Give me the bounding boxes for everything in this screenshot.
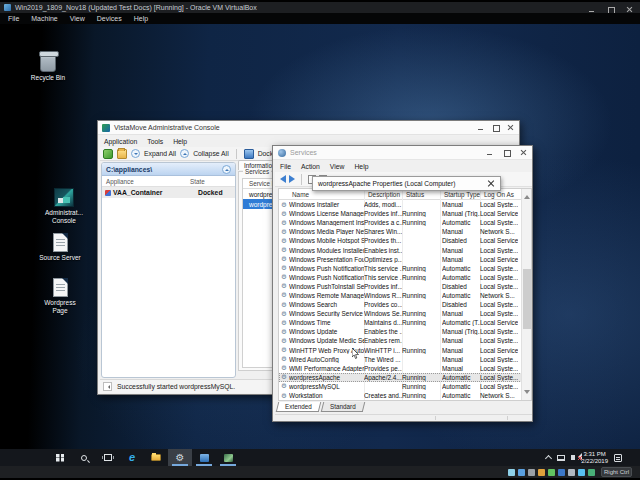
chevron-up-icon[interactable] (180, 149, 189, 158)
administrator-console[interactable]: Administrat... Console (38, 188, 90, 224)
column-status[interactable]: Status (406, 191, 424, 198)
services-menu-action[interactable]: Action (301, 163, 320, 170)
vbox-menu-devices[interactable]: Devices (97, 15, 122, 22)
collapse-panel-icon[interactable] (222, 165, 231, 174)
service-description: Provides inf... (364, 210, 402, 217)
service-row[interactable]: ⚙Windows Update Medic Ser...Enables rem.… (279, 336, 522, 345)
services-menu-file[interactable]: File (280, 163, 291, 170)
service-row[interactable]: ⚙Windows SearchProvides co...DisabledLoc… (279, 300, 522, 309)
service-row[interactable]: ⚙Windows Push Notification...This servic… (279, 273, 522, 282)
service-row[interactable]: ⚙Windows Remote Manage...Windows R...Run… (279, 291, 522, 300)
services-maximize-button[interactable] (502, 149, 511, 157)
vistamove-menu-help[interactable]: Help (173, 138, 187, 145)
vistamove-minimize-button[interactable] (476, 124, 485, 132)
service-row[interactable]: ⚙wordpressMySQLRunningAutomaticLocal Sys… (279, 382, 522, 391)
vbox-menu-machine[interactable]: Machine (31, 15, 57, 22)
virtualbox-titlebar[interactable]: Win2019_1809_Nov18 (Updated Test Docs) [… (0, 2, 640, 13)
service-gear-icon: ⚙ (279, 201, 289, 209)
service-row[interactable]: ⚙Wired AutoConfigThe Wired ...ManualLoca… (279, 355, 522, 364)
dock-icon[interactable] (244, 149, 254, 159)
vaa-console-button[interactable] (192, 449, 216, 466)
service-row[interactable]: ⚙Windows TimeMaintains d...RunningAutoma… (279, 318, 522, 327)
services-button[interactable]: ⚙ (168, 449, 192, 466)
service-row[interactable]: ⚙WorkstationCreates and...RunningAutomat… (279, 391, 522, 400)
service-description: Optimizes p... (364, 256, 402, 263)
chevron-down-icon[interactable] (131, 149, 140, 158)
properties-close-icon[interactable] (487, 180, 495, 188)
ie-button[interactable]: e (120, 449, 144, 466)
vbox-menu-view[interactable]: View (70, 15, 85, 22)
forward-icon[interactable] (289, 175, 295, 183)
refresh-icon[interactable] (103, 149, 113, 159)
service-row[interactable]: ⚙Windows PushToInstall Serv...Provides i… (279, 282, 522, 291)
appliance-row[interactable]: VAA_Container Docked (102, 187, 235, 198)
vbox-menu-help[interactable]: Help (134, 15, 148, 22)
services-titlebar[interactable]: Services (273, 146, 532, 160)
vaa-app-button[interactable] (216, 449, 240, 466)
tray-chevron-icon[interactable] (545, 455, 552, 462)
services-menu-view[interactable]: View (330, 163, 345, 170)
collapse-all-button[interactable]: Collapse All (193, 150, 229, 157)
start-button[interactable] (48, 449, 72, 466)
column-startup-type[interactable]: Startup Type (444, 191, 480, 198)
service-description: Windows R... (364, 292, 402, 299)
source-server[interactable]: Source Server (34, 233, 86, 262)
service-row[interactable]: ⚙Windows Security ServiceWindows Se...Ru… (279, 309, 522, 318)
properties-dialog-titlebar[interactable]: wordpressApache Properties (Local Comput… (312, 176, 501, 191)
tab-extended[interactable]: Extended (276, 402, 321, 412)
service-row[interactable]: ⚙WinHTTP Web Proxy Auto-...WinHTTP i...R… (279, 346, 522, 355)
network-icon[interactable] (557, 455, 565, 461)
vistamove-title: VistaMove Administrative Console (114, 124, 220, 131)
vertical-scrollbar[interactable] (521, 189, 531, 400)
services-close-button[interactable] (519, 149, 528, 157)
recycle-bin[interactable]: Recycle Bin (22, 52, 74, 82)
service-row[interactable]: ⚙Windows UpdateEnables the ...Manual (Tr… (279, 327, 522, 336)
service-row[interactable]: ⚙Windows Management Inst...Provides a c.… (279, 218, 522, 227)
vistamove-maximize-button[interactable] (491, 124, 500, 132)
column-state[interactable]: State (190, 178, 205, 185)
task-view-button[interactable] (96, 449, 120, 466)
service-row[interactable]: ⚙WMI Performance AdapterProvides pe...Ma… (279, 364, 522, 373)
service-row[interactable]: ⚙Windows Modules InstallerEnables inst..… (279, 245, 522, 254)
search-button[interactable] (72, 449, 96, 466)
expand-all-button[interactable]: Expand All (144, 150, 176, 157)
vm-desktop[interactable]: Recycle BinAdministrat... ConsoleSource … (0, 24, 640, 449)
vistamove-close-button[interactable] (506, 124, 515, 132)
back-icon[interactable] (280, 175, 286, 183)
service-row[interactable]: ⚙Windows Media Player Net...Shares Win..… (279, 227, 522, 236)
column-description[interactable]: Description (368, 191, 400, 198)
service-row[interactable]: ⚙Windows Presentation Fou...Optimizes p.… (279, 255, 522, 264)
service-description: Shares Win... (364, 228, 402, 235)
virtualbox-title: Win2019_1809_Nov18 (Updated Test Docs) [… (15, 4, 257, 11)
volume-muted-icon[interactable] (571, 455, 575, 460)
wordpress-page-icon (53, 278, 68, 297)
action-center-icon[interactable] (614, 454, 622, 462)
vbox-menu-file[interactable]: File (8, 15, 19, 22)
service-description: Apache/2.4... (364, 374, 402, 381)
file-explorer-button[interactable] (144, 449, 168, 466)
service-row[interactable]: ⚙Windows InstallerAdds, modi...ManualLoc… (279, 200, 522, 209)
service-row[interactable]: ⚙Windows Mobile Hotspot S...Provides th.… (279, 236, 522, 245)
open-folder-icon[interactable] (117, 149, 127, 159)
status-back-icon[interactable] (103, 382, 112, 391)
vistamove-menu-application[interactable]: Application (104, 138, 137, 145)
scroll-thumb[interactable] (523, 269, 531, 329)
service-row[interactable]: ⚙Windows Push Notification...This servic… (279, 264, 522, 273)
tab-standard[interactable]: Standard (320, 402, 364, 412)
dock-button[interactable]: Dock (258, 150, 274, 157)
service-description: Enables the ... (364, 328, 402, 335)
wordpress-page[interactable]: Wordpress Page (34, 278, 86, 314)
appliance-panel-header[interactable]: C:\appliances\ (102, 163, 235, 176)
scroll-down-icon[interactable] (524, 390, 530, 397)
column-name[interactable]: Name (292, 191, 309, 198)
vistamove-menu-tools[interactable]: Tools (147, 138, 163, 145)
column-appliance[interactable]: Appliance (102, 178, 190, 185)
vistamove-titlebar[interactable]: VistaMove Administrative Console (98, 121, 519, 135)
column-log-on-as[interactable]: Log On As (484, 191, 514, 198)
services-minimize-button[interactable] (485, 149, 494, 157)
services-menu-help[interactable]: Help (354, 163, 368, 170)
taskbar-clock[interactable]: 3:31 PM 2/22/2019 (581, 451, 608, 464)
service-row[interactable]: ⚙wordpressApacheApache/2.4...RunningAuto… (279, 373, 522, 382)
service-row[interactable]: ⚙Windows License Manager ...Provides inf… (279, 209, 522, 218)
scroll-up-icon[interactable] (524, 192, 530, 199)
